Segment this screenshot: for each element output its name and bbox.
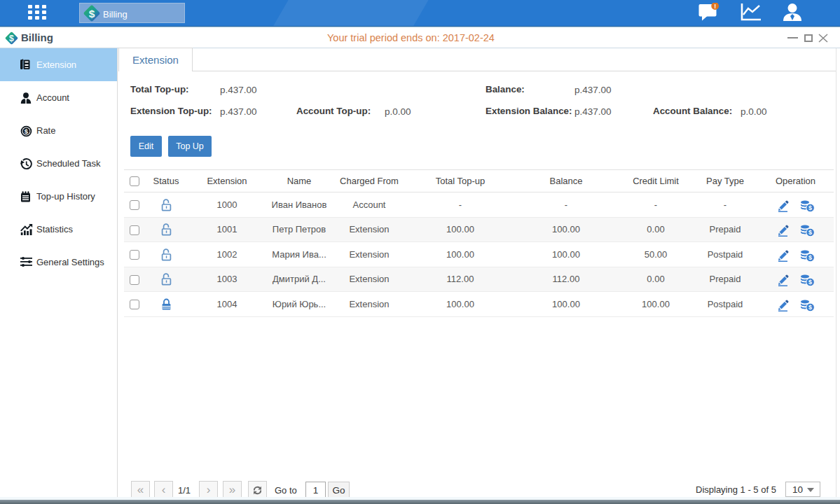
svg-text:$: $ bbox=[808, 304, 812, 311]
svg-text:$: $ bbox=[25, 127, 29, 135]
svg-text:$: $ bbox=[9, 34, 14, 43]
svg-text:$: $ bbox=[808, 204, 812, 211]
svg-text:$: $ bbox=[808, 279, 812, 286]
svg-text:$: $ bbox=[808, 254, 812, 261]
svg-text:$: $ bbox=[808, 230, 812, 237]
svg-text:!: ! bbox=[714, 3, 716, 10]
svg-text:$: $ bbox=[89, 8, 95, 20]
